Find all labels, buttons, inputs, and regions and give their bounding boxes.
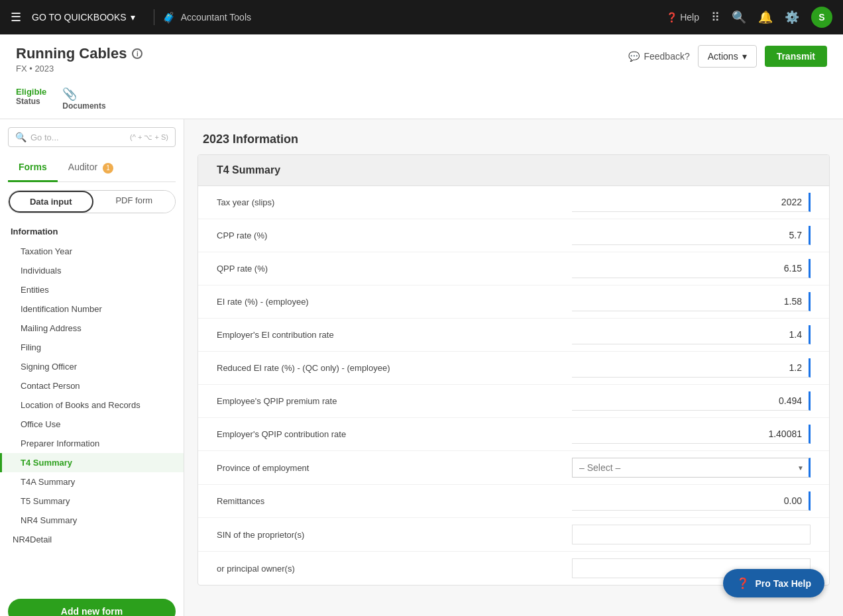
transmit-button[interactable]: Transmit xyxy=(765,46,827,67)
field-container xyxy=(535,525,811,544)
accountant-tools-label: Accountant Tools xyxy=(181,12,251,23)
feedback-button[interactable]: 💬 Feedback? xyxy=(628,51,689,62)
documents-label: Documents xyxy=(62,101,105,111)
number-input[interactable] xyxy=(572,425,811,444)
sidebar-item-entities[interactable]: Entities xyxy=(0,280,184,299)
help-button[interactable]: ❓ Help xyxy=(666,12,699,23)
field-label: Employer's QPIP contribution rate xyxy=(217,429,535,439)
bell-icon[interactable]: 🔔 xyxy=(758,10,773,25)
content-area: 2023 Information T4 Summary Tax year (sl… xyxy=(184,119,843,616)
pro-tax-help-button[interactable]: ❓ Pro Tax Help xyxy=(723,569,824,597)
sidebar-item-identification-number[interactable]: Identification Number xyxy=(0,299,184,319)
actions-label: Actions xyxy=(708,51,738,62)
hamburger-icon[interactable]: ☰ xyxy=(11,10,21,25)
goto-quickbooks[interactable]: GO TO QUICKBOOKS ▾ xyxy=(32,12,135,23)
field-label: CPP rate (%) xyxy=(217,231,535,240)
sidebar-item-taxation-year[interactable]: Taxation Year xyxy=(0,242,184,261)
field-label: Tax year (slips) xyxy=(217,197,535,207)
info-icon[interactable]: i xyxy=(132,48,142,59)
field-container xyxy=(535,325,811,344)
extra-nav-items: NR4Detail xyxy=(0,530,184,549)
sidebar-item-nr4-summary[interactable]: NR4 Summary xyxy=(0,511,184,530)
field-container xyxy=(535,292,811,311)
nav-items: Taxation YearIndividualsEntitiesIdentifi… xyxy=(0,242,184,530)
goto-quickbooks-label: GO TO QUICKBOOKS xyxy=(32,12,127,23)
number-input[interactable] xyxy=(572,358,811,378)
search-placeholder: Go to... xyxy=(30,132,59,142)
form-row: Remittances xyxy=(198,485,829,518)
form-row: SIN of the proprietor(s) xyxy=(198,518,829,552)
feedback-icon: 💬 xyxy=(628,51,640,62)
field-label: Reduced EI rate (%) - (QC only) - (emplo… xyxy=(217,363,535,373)
search-icon[interactable]: 🔍 xyxy=(732,10,746,25)
question-circle-icon: ❓ xyxy=(666,12,677,23)
form-row: Reduced EI rate (%) - (QC only) - (emplo… xyxy=(198,352,829,385)
form-row: Employee's QPIP premium rate xyxy=(198,385,829,418)
paperclip-icon: 📎 xyxy=(62,87,77,101)
main-container: 🔍 Go to... (^ + ⌥ + S) Forms Auditor 1 D… xyxy=(0,119,843,616)
sidebar-item-office-use[interactable]: Office Use xyxy=(0,415,184,434)
sidebar-item-individuals[interactable]: Individuals xyxy=(0,261,184,280)
tab-auditor[interactable]: Auditor 1 xyxy=(58,155,124,182)
number-input[interactable] xyxy=(572,491,811,511)
form-section-t4-summary: T4 Summary Tax year (slips)CPP rate (%)Q… xyxy=(197,154,830,586)
pdf-form-button[interactable]: PDF form xyxy=(93,191,176,213)
field-container xyxy=(535,425,811,444)
gear-icon[interactable]: ⚙️ xyxy=(785,10,799,25)
accountant-tools[interactable]: 🧳 Accountant Tools xyxy=(162,11,251,24)
data-input-button[interactable]: Data input xyxy=(9,191,93,213)
transmit-label: Transmit xyxy=(777,51,815,62)
number-input[interactable] xyxy=(572,226,811,245)
sidebar-item-t4a-summary[interactable]: T4A Summary xyxy=(0,472,184,491)
form-fields: Tax year (slips)CPP rate (%)QPP rate (%)… xyxy=(198,186,829,585)
number-input[interactable] xyxy=(572,391,811,411)
tab-bar: Forms Auditor 1 xyxy=(8,155,176,182)
company-name: Running Cables i xyxy=(16,45,142,62)
field-label: Province of employment xyxy=(217,463,535,473)
form-section-title: T4 Summary xyxy=(198,155,829,186)
form-row: Employer's EI contribution rate xyxy=(198,319,829,352)
number-input[interactable] xyxy=(572,193,811,212)
content-inner: T4 Summary Tax year (slips)CPP rate (%)Q… xyxy=(184,154,843,599)
field-label: Employer's EI contribution rate xyxy=(217,330,535,340)
field-container xyxy=(535,491,811,511)
field-label: QPP rate (%) xyxy=(217,264,535,274)
help-label: Help xyxy=(680,12,699,23)
sidebar-item-filing[interactable]: Filing xyxy=(0,338,184,357)
chevron-down-icon: ▾ xyxy=(742,51,747,62)
field-label: Employee's QPIP premium rate xyxy=(217,396,535,406)
text-input[interactable] xyxy=(572,525,811,544)
grid-icon[interactable]: ⠿ xyxy=(711,10,720,25)
number-input[interactable] xyxy=(572,292,811,311)
sidebar-item-nr4detail[interactable]: NR4Detail xyxy=(0,530,184,549)
sidebar-item-preparer-information[interactable]: Preparer Information xyxy=(0,434,184,453)
province-select[interactable]: – Select – xyxy=(572,458,811,478)
number-input[interactable] xyxy=(572,325,811,344)
sidebar-item-contact-person[interactable]: Contact Person xyxy=(0,376,184,395)
sidebar-item-mailing-address[interactable]: Mailing Address xyxy=(0,319,184,338)
status-bar: Eligible Status 📎 Documents xyxy=(16,81,827,119)
search-icon: 🔍 xyxy=(15,132,27,142)
sidebar-item-signing-officer[interactable]: Signing Officer xyxy=(0,357,184,376)
status-item-documents: 📎 Documents xyxy=(62,87,105,119)
search-box[interactable]: 🔍 Go to... (^ + ⌥ + S) xyxy=(8,127,176,147)
add-new-form-button[interactable]: Add new form xyxy=(8,599,176,616)
field-label: EI rate (%) - (employee) xyxy=(217,297,535,307)
form-row: CPP rate (%) xyxy=(198,219,829,252)
field-container xyxy=(535,193,811,212)
actions-button[interactable]: Actions ▾ xyxy=(698,45,757,68)
number-input[interactable] xyxy=(572,259,811,278)
sidebar-item-location-of-books-and-records[interactable]: Location of Books and Records xyxy=(0,395,184,415)
tab-forms[interactable]: Forms xyxy=(8,155,58,182)
header-actions: 💬 Feedback? Actions ▾ Transmit xyxy=(628,45,827,68)
nav-right: ❓ Help ⠿ 🔍 🔔 ⚙️ S xyxy=(666,7,832,28)
top-nav: ☰ GO TO QUICKBOOKS ▾ 🧳 Accountant Tools … xyxy=(0,0,843,34)
form-row: QPP rate (%) xyxy=(198,252,829,285)
sidebar-item-t5-summary[interactable]: T5 Summary xyxy=(0,491,184,511)
field-label: Remittances xyxy=(217,496,535,506)
avatar[interactable]: S xyxy=(811,7,832,28)
nav-section-title: Information xyxy=(0,221,184,242)
company-info: Running Cables i FX • 2023 xyxy=(16,45,142,74)
sidebar-item-t4-summary[interactable]: T4 Summary xyxy=(0,453,184,472)
search-shortcut: (^ + ⌥ + S) xyxy=(130,133,168,142)
